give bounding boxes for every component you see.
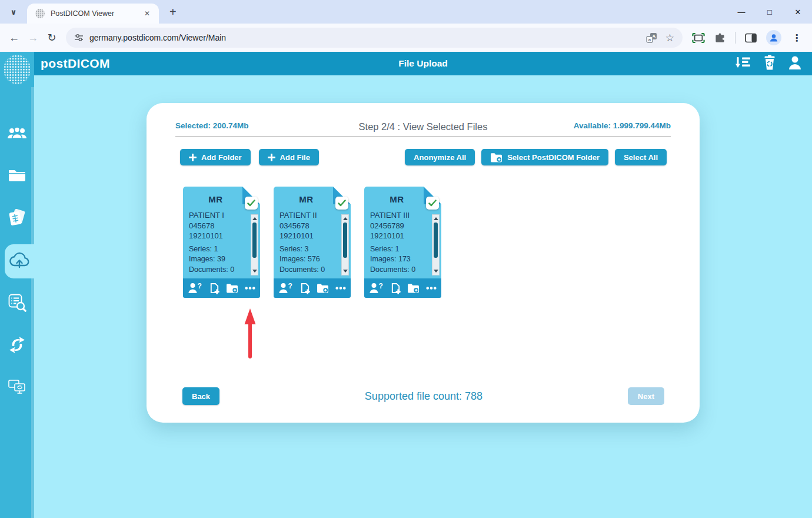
check-icon xyxy=(247,200,255,207)
add-file-to-study-icon[interactable] xyxy=(299,283,311,294)
dicom-file-card[interactable]: MR PATIENT III 02456789 19210101 Series:… xyxy=(364,187,441,298)
scroll-up-icon[interactable] xyxy=(252,217,257,220)
trash-recycle-icon[interactable] xyxy=(763,55,776,72)
site-settings-icon[interactable] xyxy=(74,33,84,42)
add-folder-button[interactable]: Add Folder xyxy=(180,149,251,165)
dicom-file-card[interactable]: MR PATIENT II 0345678 19210101 Series: 3… xyxy=(274,187,351,298)
add-file-to-study-icon[interactable] xyxy=(209,283,220,294)
sidebar-item-upload-active[interactable] xyxy=(5,244,34,278)
scroll-down-icon[interactable] xyxy=(434,270,438,273)
images-count: Images: 39 xyxy=(189,254,247,265)
series-count: Series: 1 xyxy=(370,244,428,255)
move-to-folder-icon[interactable] xyxy=(317,283,329,293)
side-panel-icon[interactable] xyxy=(745,33,757,43)
selected-checkbox[interactable] xyxy=(245,197,258,210)
study-date: 19210101 xyxy=(279,231,338,241)
scrollbar-thumb[interactable] xyxy=(434,223,438,258)
document-stack-icon xyxy=(7,208,27,230)
stats-row: Selected: 200.74Mb Step 2/4 : View Selec… xyxy=(147,103,700,130)
select-all-label: Select All xyxy=(624,153,658,162)
selected-checkbox[interactable] xyxy=(426,197,439,210)
next-button-disabled[interactable]: Next xyxy=(628,387,664,405)
selected-files-list: MR PATIENT I 045678 19210101 Series: 1 I… xyxy=(183,187,700,298)
browser-tab-active[interactable]: PostDICOM Viewer ✕ xyxy=(27,4,159,24)
back-button[interactable]: ← xyxy=(5,32,24,44)
series-count: Series: 3 xyxy=(279,244,338,255)
tab-search-chevron-icon: ∨ xyxy=(11,8,17,16)
select-all-button[interactable]: Select All xyxy=(615,149,667,165)
address-bar[interactable]: germany.postdicom.com/Viewer/Main Aa ☆ xyxy=(66,28,683,48)
more-options-icon[interactable] xyxy=(335,286,346,290)
sidebar-item-remote-screens[interactable] xyxy=(0,374,34,403)
reload-button[interactable]: ↻ xyxy=(42,31,61,44)
supported-file-count: Supported file count: 788 xyxy=(219,390,628,403)
url-text[interactable]: germany.postdicom.com/Viewer/Main xyxy=(89,33,638,42)
documents-count: Documents: 0 xyxy=(189,265,247,275)
add-file-to-study-icon[interactable] xyxy=(390,283,401,294)
extensions-puzzle-icon[interactable] xyxy=(714,32,726,44)
tab-search-button[interactable]: ∨ xyxy=(6,4,21,19)
sync-arrows-icon xyxy=(8,336,26,356)
card-scrollbar[interactable] xyxy=(251,214,258,275)
tab-close-button[interactable]: ✕ xyxy=(141,8,153,19)
translate-icon[interactable]: Aa xyxy=(646,32,657,44)
plus-icon xyxy=(189,154,197,161)
selected-checkbox[interactable] xyxy=(335,197,348,210)
brand-logo-text[interactable]: postDICOM xyxy=(41,57,110,71)
add-file-label: Add File xyxy=(280,153,310,162)
select-postdicom-folder-button[interactable]: Select PostDICOM Folder xyxy=(481,149,608,165)
sidebar-item-folders[interactable] xyxy=(0,162,34,191)
browser-menu-icon[interactable]: ⋮ xyxy=(792,32,801,44)
scrollbar-thumb[interactable] xyxy=(252,223,257,258)
tab-strip: ∨ PostDICOM Viewer ✕ + — □ ✕ xyxy=(0,0,812,24)
anonymize-patient-icon[interactable]: ? xyxy=(188,283,202,294)
scroll-up-icon[interactable] xyxy=(343,217,348,220)
card-scrollbar[interactable] xyxy=(432,214,440,275)
user-profile-icon[interactable] xyxy=(788,55,801,72)
screenshot-extension-icon[interactable] xyxy=(692,33,705,43)
more-options-icon[interactable] xyxy=(426,286,437,290)
anonymize-all-button[interactable]: Anonymize All xyxy=(405,149,475,165)
svg-text:?: ? xyxy=(379,283,383,290)
sidebar-item-sync[interactable] xyxy=(0,332,34,360)
anonymize-patient-icon[interactable]: ? xyxy=(369,283,384,294)
patient-name: PATIENT II xyxy=(279,210,338,221)
window-close-button[interactable]: ✕ xyxy=(784,8,812,16)
anonymize-patient-icon[interactable]: ? xyxy=(278,283,293,294)
forward-button[interactable]: → xyxy=(24,32,42,44)
check-icon xyxy=(338,200,346,207)
back-button[interactable]: Back xyxy=(182,387,219,405)
window-controls: — □ ✕ xyxy=(727,0,812,24)
scrollbar-thumb[interactable] xyxy=(343,223,347,258)
patient-id: 0345678 xyxy=(279,221,338,231)
more-options-icon[interactable] xyxy=(245,286,255,290)
bookmark-star-icon[interactable]: ☆ xyxy=(665,32,674,44)
stats-divider xyxy=(175,137,671,137)
upload-queue-icon[interactable] xyxy=(736,57,751,71)
brain-dots-logo-icon xyxy=(4,55,31,84)
actions-row: Add Folder Add File Anonymize All xyxy=(180,149,667,165)
card-scrollbar[interactable] xyxy=(341,214,349,275)
move-to-folder-icon[interactable] xyxy=(407,283,420,293)
scroll-up-icon[interactable] xyxy=(434,217,438,220)
available-size-label: Available: 1.999.799.44Mb xyxy=(574,121,671,130)
sidebar-item-studies[interactable] xyxy=(0,205,34,233)
scroll-down-icon[interactable] xyxy=(343,270,348,273)
add-folder-label: Add Folder xyxy=(201,153,242,162)
images-count: Images: 173 xyxy=(370,254,428,265)
postdicom-logo[interactable] xyxy=(0,52,34,87)
sidebar-item-worklist-search[interactable] xyxy=(0,290,34,318)
dicom-file-card[interactable]: MR PATIENT I 045678 19210101 Series: 1 I… xyxy=(183,187,260,298)
screens-share-icon xyxy=(8,380,26,397)
window-minimize-button[interactable]: — xyxy=(727,8,756,16)
scroll-down-icon[interactable] xyxy=(252,270,257,273)
new-tab-button[interactable]: + xyxy=(166,5,180,19)
move-to-folder-icon[interactable] xyxy=(226,283,238,293)
window-maximize-button[interactable]: □ xyxy=(756,8,784,16)
page-title: File Upload xyxy=(34,58,812,69)
add-file-button[interactable]: Add File xyxy=(259,149,319,165)
content-area: Selected: 200.74Mb Step 2/4 : View Selec… xyxy=(34,75,812,518)
series-count: Series: 1 xyxy=(189,244,247,255)
profile-avatar[interactable] xyxy=(766,30,781,45)
sidebar-item-patients[interactable] xyxy=(0,120,34,148)
